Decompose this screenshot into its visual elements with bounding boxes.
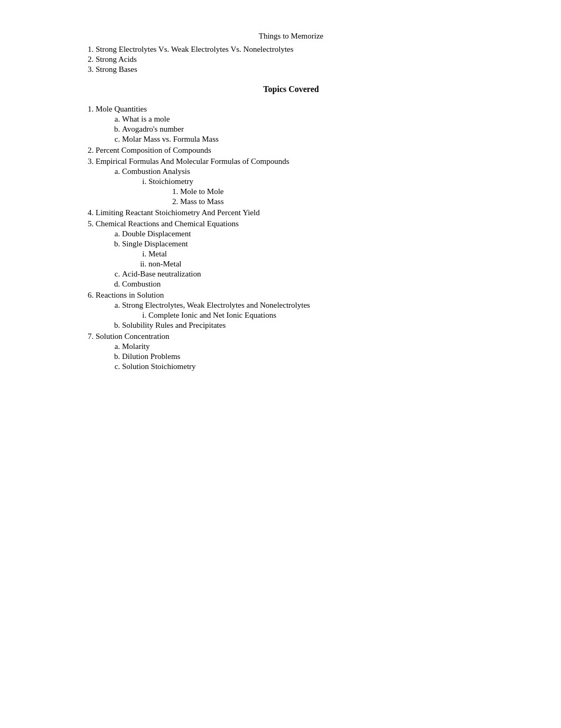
alpha-list: Strong Electrolytes, Weak Electrolytes a… [96, 301, 502, 330]
memorize-title: Things to Memorize [80, 32, 502, 41]
list-item: What is a mole [122, 115, 502, 124]
list-item: Chemical Reactions and Chemical Equation… [96, 219, 502, 289]
list-item: Solubility Rules and Precipitates [122, 321, 502, 330]
list-item: Empirical Formulas And Molecular Formula… [96, 157, 502, 206]
list-item: Strong Bases [96, 65, 502, 74]
list-item: Acid-Base neutralization [122, 270, 502, 279]
list-item: Strong Acids [96, 55, 502, 64]
memorize-list: Strong Electrolytes Vs. Weak Electrolyte… [80, 45, 502, 74]
list-item: Metal [148, 250, 502, 259]
list-item: Solution Concentration Molarity Dilution… [96, 332, 502, 371]
main-topics-list: Mole Quantities What is a mole Avogadro'… [80, 105, 502, 371]
list-item: Combustion Analysis Stoichiometry Mole t… [122, 167, 502, 206]
roman-list: Complete Ionic and Net Ionic Equations [122, 311, 502, 320]
alpha-list: What is a mole Avogadro's number Molar M… [96, 115, 502, 144]
list-item: non-Metal [148, 260, 502, 269]
list-item: Mole Quantities What is a mole Avogadro'… [96, 105, 502, 144]
roman-list: Metal non-Metal [122, 250, 502, 269]
list-item: Mass to Mass [180, 197, 502, 206]
list-item: Limiting Reactant Stoichiometry And Perc… [96, 208, 502, 217]
list-item: Reactions in Solution Strong Electrolyte… [96, 291, 502, 330]
list-item: Mole to Mole [180, 187, 502, 196]
roman-list: Stoichiometry Mole to Mole Mass to Mass [122, 177, 502, 206]
decimal-sub-list: Mole to Mole Mass to Mass [148, 187, 502, 206]
alpha-list: Combustion Analysis Stoichiometry Mole t… [96, 167, 502, 206]
list-item: Single Displacement Metal non-Metal [122, 239, 502, 269]
list-item: Strong Electrolytes Vs. Weak Electrolyte… [96, 45, 502, 54]
list-item: Molarity [122, 342, 502, 351]
page-content: Things to Memorize Strong Electrolytes V… [80, 32, 502, 371]
alpha-list: Double Displacement Single Displacement … [96, 229, 502, 289]
list-item: Strong Electrolytes, Weak Electrolytes a… [122, 301, 502, 320]
list-item: Complete Ionic and Net Ionic Equations [148, 311, 502, 320]
memorize-section: Things to Memorize Strong Electrolytes V… [80, 32, 502, 74]
alpha-list: Molarity Dilution Problems Solution Stoi… [96, 342, 502, 371]
list-item: Percent Composition of Compounds [96, 146, 502, 155]
list-item: Dilution Problems [122, 352, 502, 361]
list-item: Double Displacement [122, 229, 502, 238]
list-item: Stoichiometry Mole to Mole Mass to Mass [148, 177, 502, 206]
list-item: Molar Mass vs. Formula Mass [122, 135, 502, 144]
list-item: Solution Stoichiometry [122, 362, 502, 371]
list-item: Avogadro's number [122, 125, 502, 134]
topics-title: Topics Covered [80, 85, 502, 94]
list-item: Combustion [122, 280, 502, 289]
topics-section: Topics Covered Mole Quantities What is a… [80, 85, 502, 371]
